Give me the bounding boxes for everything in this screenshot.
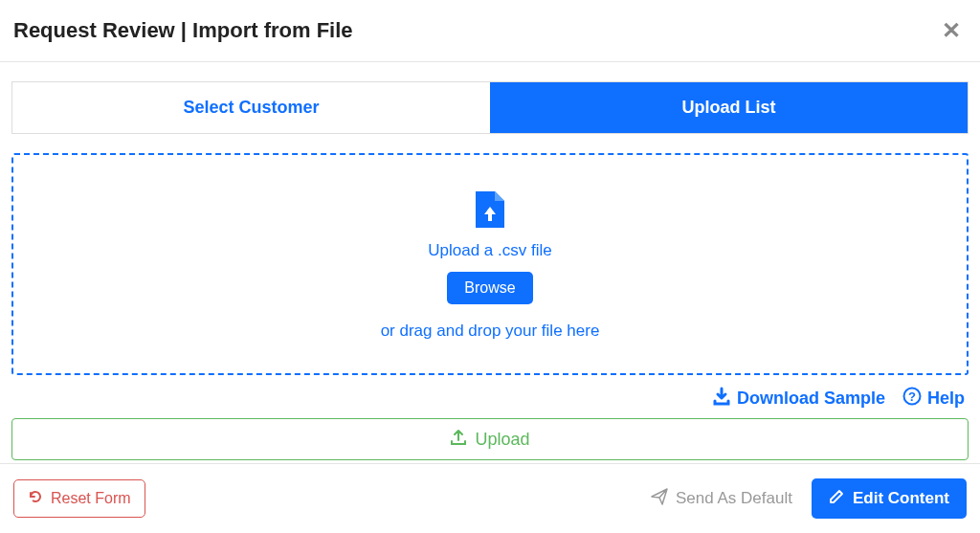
upload-icon <box>450 429 467 450</box>
download-icon <box>712 387 731 411</box>
tab-label: Upload List <box>682 98 776 117</box>
download-sample-link[interactable]: Download Sample <box>712 387 885 411</box>
tab-upload-list[interactable]: Upload List <box>490 82 968 133</box>
help-label: Help <box>927 389 965 409</box>
reset-form-button[interactable]: Reset Form <box>13 479 145 518</box>
download-sample-label: Download Sample <box>737 389 885 409</box>
tab-label: Select Customer <box>183 98 319 117</box>
help-icon: ? <box>902 387 922 411</box>
help-link[interactable]: ? Help <box>902 387 965 411</box>
page-title: Request Review | Import from File <box>13 18 353 43</box>
dragdrop-instruction-text: or drag and drop your file here <box>13 322 967 341</box>
edit-content-button[interactable]: Edit Content <box>812 478 967 519</box>
upload-button[interactable]: Upload <box>11 418 969 460</box>
edit-content-label: Edit Content <box>853 489 949 508</box>
modal-footer: Reset Form Send As Default Edit Content <box>0 463 980 533</box>
close-icon[interactable]: ✕ <box>936 17 967 44</box>
undo-icon <box>28 489 43 508</box>
upload-file-icon <box>476 191 504 228</box>
browse-button-label: Browse <box>464 279 515 296</box>
reset-button-label: Reset Form <box>51 490 131 507</box>
upload-button-label: Upload <box>475 430 529 450</box>
footer-right-group: Send As Default Edit Content <box>651 478 967 519</box>
upload-instruction-text: Upload a .csv file <box>13 241 967 260</box>
browse-button[interactable]: Browse <box>447 272 532 304</box>
send-default-label: Send As Default <box>676 489 792 508</box>
tab-bar: Select Customer Upload List <box>11 81 969 134</box>
paper-plane-icon <box>651 488 668 510</box>
edit-icon <box>829 488 845 509</box>
modal-header: Request Review | Import from File ✕ <box>0 0 980 62</box>
helper-links-row: Download Sample ? Help <box>11 387 969 411</box>
tab-select-customer[interactable]: Select Customer <box>12 82 490 133</box>
svg-text:?: ? <box>908 389 916 404</box>
file-dropzone[interactable]: Upload a .csv file Browse or drag and dr… <box>11 153 969 375</box>
send-as-default-button[interactable]: Send As Default <box>651 488 792 510</box>
modal-content: Select Customer Upload List Upload a .cs… <box>0 62 980 460</box>
